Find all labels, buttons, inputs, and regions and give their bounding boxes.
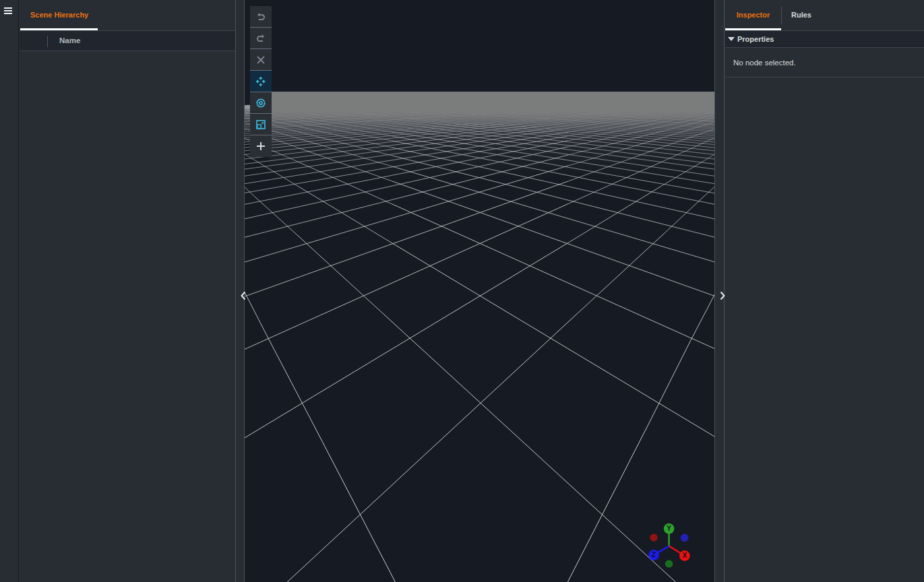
svg-text:Y: Y [667,525,671,532]
svg-text:X: X [683,552,687,559]
svg-text:Z: Z [652,551,656,558]
